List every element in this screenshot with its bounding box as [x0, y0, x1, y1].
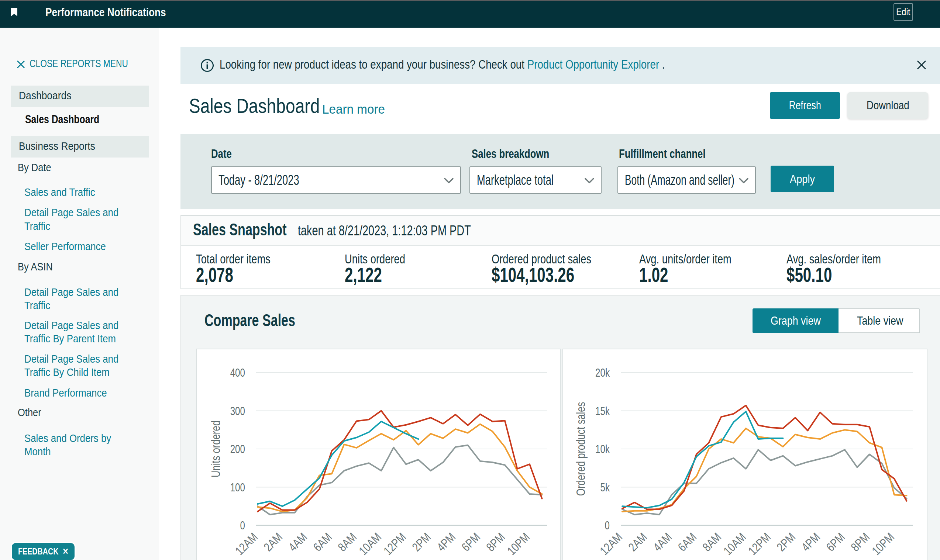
svg-text:200: 200 [230, 443, 245, 455]
svg-text:Ordered product sales: Ordered product sales [574, 402, 587, 496]
svg-text:12PM: 12PM [381, 530, 408, 558]
svg-text:4PM: 4PM [799, 530, 823, 554]
svg-text:4AM: 4AM [650, 530, 674, 554]
svg-text:5k: 5k [601, 481, 610, 494]
svg-text:15k: 15k [595, 405, 610, 418]
svg-text:Units ordered: Units ordered [209, 420, 223, 478]
svg-text:8PM: 8PM [848, 530, 872, 554]
svg-text:300: 300 [230, 405, 245, 418]
svg-text:10PM: 10PM [869, 530, 897, 558]
svg-text:10k: 10k [595, 443, 610, 455]
svg-text:6AM: 6AM [675, 530, 699, 554]
svg-text:4AM: 4AM [286, 530, 310, 554]
svg-text:6PM: 6PM [823, 530, 848, 554]
svg-text:2AM: 2AM [626, 530, 650, 554]
svg-text:100: 100 [230, 481, 245, 494]
svg-text:12PM: 12PM [746, 530, 773, 558]
svg-text:4PM: 4PM [434, 530, 458, 554]
svg-text:8AM: 8AM [335, 530, 359, 554]
svg-text:10PM: 10PM [504, 530, 532, 558]
svg-text:8AM: 8AM [700, 530, 724, 554]
svg-text:2PM: 2PM [774, 530, 798, 554]
svg-text:6AM: 6AM [310, 530, 334, 554]
svg-text:6PM: 6PM [459, 530, 483, 554]
svg-text:12AM: 12AM [597, 530, 625, 558]
svg-text:8PM: 8PM [484, 530, 507, 554]
svg-text:10AM: 10AM [721, 530, 749, 558]
svg-text:0: 0 [605, 519, 610, 532]
svg-text:0: 0 [240, 519, 245, 532]
svg-text:20k: 20k [595, 366, 610, 379]
svg-text:10AM: 10AM [356, 530, 384, 558]
svg-text:400: 400 [230, 366, 245, 379]
svg-text:12AM: 12AM [233, 530, 260, 558]
svg-text:2PM: 2PM [409, 530, 433, 554]
svg-text:2AM: 2AM [261, 530, 285, 554]
